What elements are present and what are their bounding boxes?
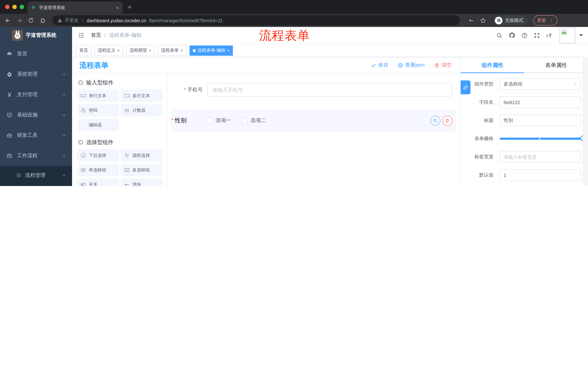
chevron-up-icon bbox=[62, 154, 66, 158]
component-cascader[interactable]: 级联选择 bbox=[121, 149, 162, 162]
scrollbar-track[interactable] bbox=[583, 57, 588, 186]
component-checkbox-group[interactable]: 多选框组 bbox=[121, 164, 162, 176]
not-secure-warning-icon bbox=[57, 18, 62, 23]
phone-field-row[interactable]: 手机号 bbox=[167, 83, 460, 97]
home-button[interactable] bbox=[38, 16, 47, 25]
chevron-down-icon bbox=[62, 133, 66, 138]
tag-close-icon[interactable]: × bbox=[227, 48, 230, 53]
tag-close-icon[interactable]: × bbox=[180, 48, 183, 53]
list-settings-icon bbox=[16, 172, 21, 178]
chevron-down-icon bbox=[62, 72, 66, 76]
component-password[interactable]: 密码 bbox=[77, 104, 119, 117]
delete-field-button[interactable] bbox=[442, 116, 452, 125]
tag-close-icon[interactable]: × bbox=[117, 48, 120, 53]
help-icon[interactable] bbox=[521, 32, 528, 38]
password-key-icon[interactable] bbox=[466, 16, 476, 25]
textarea-icon bbox=[124, 93, 130, 99]
bookmark-star-icon[interactable] bbox=[478, 16, 488, 25]
tag-process-form[interactable]: 流程表单 × bbox=[158, 45, 186, 55]
checkbox-icon bbox=[124, 167, 130, 173]
gender-option1-checkbox[interactable]: 选项一 bbox=[207, 117, 231, 124]
component-select[interactable]: 下拉选择 bbox=[77, 149, 119, 162]
title-input[interactable] bbox=[500, 115, 581, 126]
component-slider[interactable]: 滑块 bbox=[121, 178, 162, 186]
breadcrumb-home[interactable]: 首页 bbox=[91, 32, 101, 39]
label-width-input[interactable] bbox=[500, 151, 581, 163]
sidebar-item-payment[interactable]: 支付管理 bbox=[0, 85, 72, 105]
switch-icon bbox=[80, 182, 86, 186]
tag-process-definition[interactable]: 流程定义 × bbox=[94, 45, 123, 55]
chevron-down-icon bbox=[62, 93, 66, 97]
form-canvas[interactable]: 手机号 性别 选项一 bbox=[167, 74, 460, 186]
sidebar-item-process-mgmt[interactable]: 流程管理 bbox=[0, 166, 72, 185]
url-divider bbox=[83, 18, 83, 23]
window-close-button[interactable] bbox=[5, 5, 10, 9]
component-multi-line-text[interactable]: 多行文本 bbox=[121, 90, 162, 102]
input-icon bbox=[80, 93, 86, 99]
tag-close-icon[interactable]: × bbox=[149, 48, 151, 53]
sidebar-item-system[interactable]: 系统管理 bbox=[0, 64, 72, 85]
component-library-panel: 输入型组件 单行文本 多行文本 bbox=[72, 74, 167, 186]
sidebar-item-process-form[interactable]: 流程表单 bbox=[0, 185, 72, 186]
sidebar-item-devtools[interactable]: 研发工具 bbox=[0, 125, 72, 146]
component-counter[interactable]: 123 计数器 bbox=[121, 104, 162, 117]
search-icon[interactable] bbox=[496, 32, 503, 38]
sidebar-item-workflow[interactable]: 工作流程 bbox=[0, 146, 72, 166]
component-switch[interactable]: 开关 bbox=[77, 178, 119, 186]
font-size-icon[interactable]: TT bbox=[546, 32, 553, 38]
github-icon[interactable] bbox=[509, 32, 515, 39]
sidebar-item-infra[interactable]: 基础设施 bbox=[0, 105, 72, 125]
view-json-button[interactable]: 查看json bbox=[398, 62, 425, 68]
select-components-section: 选择型组件 bbox=[78, 139, 162, 146]
annotation-overlay-title: 流程表单 bbox=[259, 27, 310, 43]
component-radio-group[interactable]: 单选框组 bbox=[77, 164, 119, 176]
reload-button[interactable] bbox=[26, 16, 36, 25]
save-button[interactable]: 保存 bbox=[371, 62, 388, 68]
forward-button[interactable] bbox=[15, 16, 24, 25]
window-minimize-button[interactable] bbox=[12, 5, 17, 9]
tab-component-props[interactable]: 组件属性 bbox=[461, 57, 524, 73]
window-zoom-button[interactable] bbox=[20, 5, 24, 9]
field-link-tag[interactable] bbox=[461, 80, 471, 94]
back-button[interactable] bbox=[3, 16, 12, 25]
sidebar-item-home[interactable]: 首页 bbox=[0, 44, 72, 64]
new-tab-button[interactable]: + bbox=[128, 4, 132, 11]
gender-field-selected-card[interactable]: 性别 选项一 选项二 bbox=[171, 109, 456, 132]
tag-home[interactable]: 首页 bbox=[76, 45, 91, 55]
browser-update-button[interactable]: 更新 ⋮ bbox=[533, 15, 557, 25]
tag-process-form-edit[interactable]: 流程表单-编辑 × bbox=[189, 45, 233, 55]
window-controls[interactable] bbox=[5, 5, 24, 9]
page-header: 首页 / 流程表单-编辑 流程表单 bbox=[72, 27, 588, 44]
component-type-select[interactable]: 多选框组 bbox=[500, 78, 581, 90]
clear-button[interactable]: 清空 bbox=[434, 62, 452, 68]
tags-view-bar: 首页 流程定义 × 流程模型 × 流程表单 × 流程表单-编辑 × bbox=[72, 44, 588, 57]
avatar[interactable] bbox=[560, 28, 575, 43]
component-single-line-text[interactable]: 单行文本 bbox=[77, 90, 119, 102]
field-name-input[interactable] bbox=[500, 96, 581, 108]
url-host: dashboard.yudao.iocoder.cn bbox=[87, 18, 146, 23]
sidebar-collapse-button[interactable] bbox=[76, 31, 86, 40]
link-icon bbox=[463, 85, 468, 90]
properties-body: 组件类型 多选框组 字段名 标题 bbox=[461, 73, 588, 186]
puzzle-icon bbox=[78, 139, 84, 145]
avatar-caret-icon[interactable] bbox=[579, 34, 583, 36]
gender-option2-checkbox[interactable]: 选项二 bbox=[242, 117, 266, 124]
tab-form-props[interactable]: 表单属性 bbox=[524, 57, 588, 73]
view-icon bbox=[398, 63, 403, 68]
browser-tab[interactable]: 芋道管理系统 × bbox=[27, 1, 123, 14]
default-value-input[interactable] bbox=[500, 169, 581, 181]
phone-field-input[interactable] bbox=[207, 83, 452, 97]
broken-image-icon bbox=[561, 29, 568, 35]
dropdown-circle-icon bbox=[80, 152, 86, 158]
component-editor[interactable]: 编辑器 bbox=[77, 119, 119, 131]
form-grid-slider[interactable] bbox=[500, 133, 583, 145]
browser-menu-icon[interactable]: ⋮ bbox=[549, 18, 554, 23]
app-logo[interactable]: 芋道管理系统 bbox=[0, 27, 72, 44]
svg-text:T: T bbox=[546, 34, 548, 38]
tag-process-model[interactable]: 流程模型 × bbox=[126, 45, 155, 55]
fullscreen-icon[interactable] bbox=[534, 32, 540, 38]
radio-icon bbox=[80, 167, 86, 173]
address-bar[interactable]: 不安全 dashboard.yudao.iocoder.cn/bpm/manag… bbox=[52, 15, 460, 25]
copy-field-button[interactable] bbox=[430, 116, 440, 125]
tab-close-icon[interactable]: × bbox=[116, 5, 119, 10]
